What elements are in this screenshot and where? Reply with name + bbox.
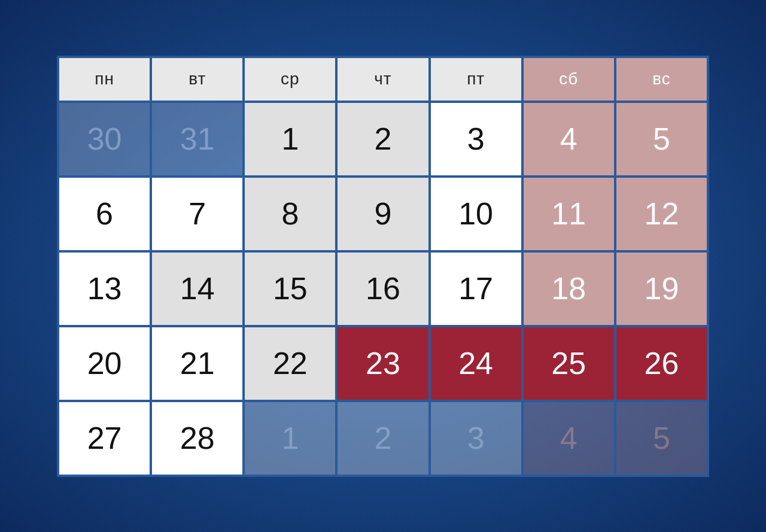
calendar-header-пн: пн [58, 57, 151, 102]
calendar-day-20-week4[interactable]: 20 [58, 326, 151, 401]
calendar-day-11-week2[interactable]: 11 [522, 177, 615, 251]
calendar-day-12-week2[interactable]: 12 [615, 177, 708, 251]
calendar-day-5-week5[interactable]: 5 [615, 401, 708, 476]
calendar-day-14-week3[interactable]: 14 [151, 251, 244, 326]
calendar-day-27-week5[interactable]: 27 [58, 401, 151, 476]
calendar-header-чт: чт [336, 57, 429, 102]
calendar-day-10-week2[interactable]: 10 [430, 177, 522, 251]
calendar-week-1: 303112345 [58, 102, 708, 177]
calendar-day-3-week5[interactable]: 3 [430, 401, 522, 476]
calendar-header-сб: сб [522, 57, 615, 102]
calendar-day-19-week3[interactable]: 19 [615, 251, 708, 326]
calendar-day-9-week2[interactable]: 9 [336, 177, 429, 251]
calendar-header-вт: вт [151, 57, 244, 102]
calendar-day-26-week4[interactable]: 26 [615, 326, 708, 401]
calendar-day-1-week1[interactable]: 1 [244, 102, 336, 177]
calendar-day-31-week1[interactable]: 31 [151, 102, 244, 177]
calendar-day-4-week5[interactable]: 4 [522, 401, 615, 476]
calendar-day-7-week2[interactable]: 7 [151, 177, 244, 251]
calendar-week-5: 272812345 [58, 401, 708, 476]
calendar-day-24-week4[interactable]: 24 [430, 326, 522, 401]
calendar-day-2-week1[interactable]: 2 [336, 102, 429, 177]
calendar-day-8-week2[interactable]: 8 [244, 177, 336, 251]
calendar-day-17-week3[interactable]: 17 [430, 251, 522, 326]
calendar-day-15-week3[interactable]: 15 [244, 251, 336, 326]
calendar-header-вс: вс [615, 57, 708, 102]
calendar-header-ср: ср [244, 57, 336, 102]
calendar-day-1-week5[interactable]: 1 [244, 401, 336, 476]
calendar-week-2: 6789101112 [58, 177, 708, 251]
calendar-day-28-week5[interactable]: 28 [151, 401, 244, 476]
calendar-day-2-week5[interactable]: 2 [336, 401, 429, 476]
calendar-day-13-week3[interactable]: 13 [58, 251, 151, 326]
calendar-day-25-week4[interactable]: 25 [522, 326, 615, 401]
calendar-day-30-week1[interactable]: 30 [58, 102, 151, 177]
calendar-header-row: пнвтсрчтптсбвс [58, 57, 708, 102]
calendar-day-4-week1[interactable]: 4 [522, 102, 615, 177]
calendar-day-21-week4[interactable]: 21 [151, 326, 244, 401]
calendar-day-23-week4[interactable]: 23 [336, 326, 429, 401]
calendar-day-22-week4[interactable]: 22 [244, 326, 336, 401]
calendar-day-18-week3[interactable]: 18 [522, 251, 615, 326]
calendar-week-4: 20212223242526 [58, 326, 708, 401]
calendar-day-6-week2[interactable]: 6 [58, 177, 151, 251]
calendar-grid: пнвтсрчтптсбвс 3031123456789101112131415… [57, 56, 709, 477]
calendar-day-5-week1[interactable]: 5 [615, 102, 708, 177]
calendar-week-3: 13141516171819 [58, 251, 708, 326]
calendar-header-пт: пт [430, 57, 522, 102]
calendar-day-3-week1[interactable]: 3 [430, 102, 522, 177]
calendar-day-16-week3[interactable]: 16 [336, 251, 429, 326]
